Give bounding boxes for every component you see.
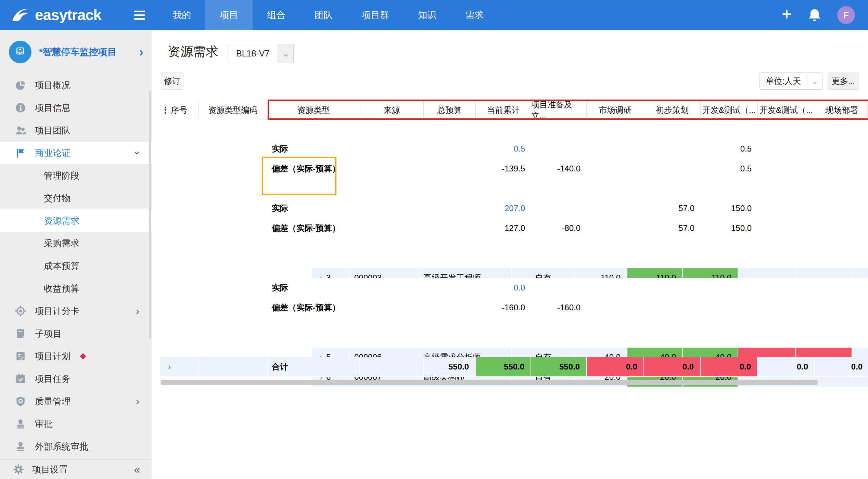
sidebar-item-label: 收益预算 [44, 283, 79, 295]
sidebar-item-business-case[interactable]: 商业论证› [0, 142, 152, 164]
table-row[interactable]: 实际0.50.5 [160, 139, 868, 159]
collapse-sidebar-icon[interactable]: « [134, 463, 140, 476]
sidebar-item-quality[interactable]: 质量管理› [0, 390, 152, 413]
sidebar-item-resource-demand[interactable]: 资源需求 [0, 209, 152, 232]
hamburger-menu-icon[interactable] [134, 11, 145, 20]
column-header-seq[interactable]: ⋮序号 [160, 101, 199, 119]
column-header-budget[interactable]: 总预算 [424, 101, 476, 119]
sidebar: *智慧停车监控项目 › 项目概况项目信息项目团队商业论证›管理阶段交付物资源需求… [0, 30, 152, 479]
nav-item-demand[interactable]: 需求 [451, 0, 498, 30]
cell-deploy [815, 159, 868, 179]
sidebar-item-scorecard[interactable]: 项目计分卡› [0, 300, 152, 322]
row-expand-chevron-right-icon[interactable]: › [164, 362, 175, 371]
column-header-label: 市场调研 [599, 105, 632, 116]
cell-value: 150.0 [731, 204, 752, 213]
cell-value: 550.0 [559, 362, 580, 372]
cell-type: 实际 [268, 278, 360, 298]
sidebar-item-info[interactable]: 项目信息 [0, 96, 152, 119]
project-card[interactable]: *智慧停车监控项目 › [0, 30, 152, 74]
sidebar-item-subproject[interactable]: 子项目 [0, 322, 152, 345]
nav-item-program[interactable]: 项目群 [347, 0, 404, 30]
cell-current: 0.5 [476, 139, 531, 159]
cell-budget [424, 159, 476, 179]
cell-market [587, 278, 644, 298]
chevron-right-icon[interactable]: › [136, 306, 139, 316]
sidebar-item-label: 项目计分卡 [35, 305, 79, 317]
unit-dropdown[interactable]: 单位:人天 ⌄ [759, 73, 822, 90]
column-header-dev2[interactable]: 开发&测试（... [758, 101, 815, 119]
resource-table: ⋮序号资源类型编码资源类型来源总预算当前累计项目准备及立...市场调研初步策划开… [160, 101, 868, 377]
sidebar-item-stage[interactable]: 管理阶段 [0, 164, 152, 187]
table-row[interactable]: 实际207.057.0150.0 [160, 198, 868, 218]
cell-value: -80.0 [562, 223, 580, 233]
table-row-total[interactable]: ›合计550.0550.0550.00.00.00.00.00.0 [160, 357, 868, 377]
column-header-current[interactable]: 当前累计 [476, 101, 531, 119]
nav-item-my[interactable]: 我的 [158, 0, 205, 30]
cell-market [587, 218, 644, 238]
sidebar-item-tasks[interactable]: 项目任务 [0, 367, 152, 390]
easytrack-logo[interactable]: easytrack [0, 5, 113, 25]
sidebar-item-cost-budget[interactable]: 成本预算 [0, 255, 152, 277]
cell-current: 127.0 [476, 218, 531, 238]
sidebar-item-overview[interactable]: 项目概况 [0, 74, 152, 96]
drag-handle-icon[interactable]: ⋮ [161, 105, 169, 115]
sidebar-item-team[interactable]: 项目团队 [0, 119, 152, 142]
cell-value: 0.0 [797, 362, 808, 372]
version-dropdown[interactable]: BL18-V7 ⌄ [228, 44, 294, 63]
cell-budget [424, 298, 476, 318]
cell-value[interactable]: 0.0 [514, 283, 525, 293]
plus-icon[interactable]: + [782, 5, 792, 23]
cell-market [587, 139, 644, 159]
flag-icon [15, 147, 26, 158]
user-avatar[interactable]: F [837, 6, 855, 24]
tasks-icon [15, 373, 26, 384]
chevron-right-icon[interactable]: › [136, 396, 139, 406]
cell-value: 偏差（实际-预算） [272, 223, 340, 234]
sidebar-item-deliverables[interactable]: 交付物 [0, 187, 152, 209]
sidebar-item-approval[interactable]: 审批 [0, 413, 152, 435]
chevron-down-icon[interactable]: › [132, 151, 143, 155]
column-header-source[interactable]: 来源 [360, 101, 424, 119]
table-row[interactable]: 偏差（实际-预算）-160.0-160.0 [160, 298, 868, 318]
cell-current: -139.5 [476, 159, 531, 179]
table-row[interactable]: 偏差（实际-预算）-139.5-140.00.5 [160, 159, 868, 179]
nav-item-team[interactable]: 团队 [300, 0, 347, 30]
more-button[interactable]: 更多... [828, 73, 859, 90]
revise-button[interactable]: 修订 [161, 73, 183, 90]
sidebar-item-project-settings[interactable]: 项目设置 « [0, 459, 152, 479]
nav-item-portfolio[interactable]: 组合 [253, 0, 300, 30]
sidebar-item-plan[interactable]: 项目计划 [0, 345, 152, 367]
column-header-type[interactable]: 资源类型 [268, 101, 360, 119]
cell-value[interactable]: 207.0 [505, 204, 525, 213]
sidebar-item-benefit-budget[interactable]: 收益预算 [0, 277, 152, 300]
cell-value: 偏差（实际-预算） [272, 163, 340, 174]
column-header-deploy[interactable]: 现场部署 [815, 101, 868, 119]
cell-value: 偏差（实际-预算） [272, 302, 340, 313]
cell-plan [644, 278, 701, 298]
cell-value[interactable]: 0.5 [514, 144, 525, 154]
cell-dev1 [701, 298, 758, 318]
cell-source [360, 278, 424, 298]
sidebar-scrollbar[interactable] [149, 91, 151, 339]
column-header-dev1[interactable]: 开发&测试（... [701, 101, 758, 119]
cell-value: -139.5 [502, 164, 525, 173]
column-header-market[interactable]: 市场调研 [587, 101, 644, 119]
team-icon [15, 125, 26, 136]
nav-item-knowledge[interactable]: 知识 [404, 0, 451, 30]
cell-value: 实际 [272, 282, 288, 293]
column-header-plan[interactable]: 初步策划 [644, 101, 701, 119]
table-row[interactable]: 偏差（实际-预算）127.0-80.057.0150.0 [160, 218, 868, 238]
sidebar-item-external-approval[interactable]: 外部系统审批 [0, 435, 152, 458]
cell-budget [424, 218, 476, 238]
horizontal-scrollbar[interactable] [161, 380, 818, 385]
bell-icon[interactable] [808, 8, 821, 23]
chevron-right-icon[interactable]: › [139, 46, 143, 59]
cell-prep: -160.0 [531, 298, 587, 318]
sidebar-item-procurement[interactable]: 采购需求 [0, 232, 152, 255]
sidebar-item-label: 外部系统审批 [35, 441, 88, 453]
table-row[interactable]: 实际0.0 [160, 278, 868, 298]
column-header-prep[interactable]: 项目准备及立... [531, 101, 587, 119]
cell-deploy [815, 218, 868, 238]
column-header-code[interactable]: 资源类型编码 [199, 101, 268, 119]
nav-item-project[interactable]: 项目 [205, 0, 253, 30]
